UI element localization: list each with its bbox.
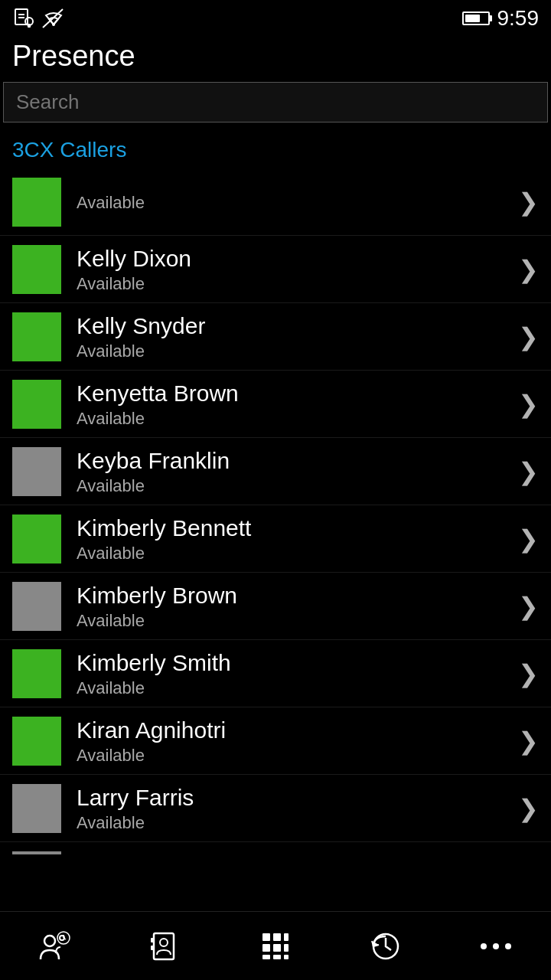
bottom-nav bbox=[0, 911, 551, 980]
contact-name: Kelly Snyder bbox=[77, 312, 512, 340]
contact-name: Kelly Dixon bbox=[77, 245, 512, 273]
nav-apps[interactable] bbox=[245, 920, 306, 973]
svg-rect-4 bbox=[28, 24, 31, 28]
contact-item[interactable]: Kimberly SmithAvailable❯ bbox=[0, 640, 551, 707]
svg-rect-14 bbox=[151, 946, 154, 950]
contact-item[interactable]: Kimberly BrownAvailable❯ bbox=[0, 573, 551, 640]
contact-name: Kimberly Smith bbox=[77, 649, 512, 677]
chevron-right-icon: ❯ bbox=[518, 592, 539, 621]
contact-status: Available bbox=[77, 193, 512, 213]
people-icon bbox=[39, 930, 71, 962]
nav-more[interactable] bbox=[465, 920, 527, 973]
grid-icon bbox=[259, 930, 292, 962]
status-bar: 9:59 bbox=[0, 0, 551, 37]
search-container bbox=[0, 82, 551, 122]
battery-icon bbox=[462, 11, 490, 25]
svg-point-26 bbox=[481, 943, 487, 949]
chevron-right-icon: ❯ bbox=[518, 188, 539, 217]
section-header: 3CX Callers bbox=[0, 126, 551, 168]
nav-phonebook[interactable] bbox=[135, 920, 196, 973]
chevron-right-icon: ❯ bbox=[518, 659, 539, 688]
chevron-right-icon: ❯ bbox=[518, 727, 539, 756]
contact-item[interactable]: Keyba FranklinAvailable❯ bbox=[0, 438, 551, 505]
svg-rect-23 bbox=[273, 955, 281, 959]
svg-rect-17 bbox=[273, 933, 281, 941]
search-input[interactable] bbox=[3, 82, 548, 122]
contact-name: Linda Allen bbox=[77, 851, 512, 855]
contact-status: Available bbox=[77, 746, 512, 766]
status-icons-left bbox=[12, 8, 66, 29]
contact-list: Available❯Kelly DixonAvailable❯Kelly Sny… bbox=[0, 168, 551, 854]
chevron-right-icon: ❯ bbox=[518, 390, 539, 419]
status-right: 9:59 bbox=[462, 6, 540, 31]
history-icon bbox=[370, 930, 402, 962]
svg-rect-20 bbox=[273, 944, 281, 952]
svg-rect-24 bbox=[284, 955, 289, 959]
contact-item[interactable]: Available❯ bbox=[0, 168, 551, 236]
contact-status: Available bbox=[77, 611, 512, 631]
svg-rect-18 bbox=[284, 933, 289, 941]
avatar bbox=[12, 447, 61, 496]
more-icon bbox=[480, 941, 512, 952]
wifi-icon bbox=[41, 8, 66, 29]
doc-icon bbox=[12, 8, 34, 29]
avatar bbox=[12, 312, 61, 361]
contact-name: Larry Farris bbox=[77, 784, 512, 812]
svg-rect-19 bbox=[262, 944, 270, 952]
chevron-right-icon: ❯ bbox=[518, 457, 539, 486]
chevron-right-icon: ❯ bbox=[518, 524, 539, 554]
avatar bbox=[12, 178, 61, 227]
contact-status: Available bbox=[77, 813, 512, 833]
contact-item[interactable]: Kimberly BennettAvailable❯ bbox=[0, 505, 551, 573]
contact-item[interactable]: Kelly DixonAvailable❯ bbox=[0, 236, 551, 303]
contact-status: Available bbox=[77, 476, 512, 496]
svg-rect-13 bbox=[151, 938, 154, 942]
avatar bbox=[12, 851, 61, 855]
contact-item[interactable]: Kiran AgnihotriAvailable❯ bbox=[0, 707, 551, 775]
avatar bbox=[12, 649, 61, 698]
contact-status: Available bbox=[77, 409, 512, 429]
svg-rect-21 bbox=[284, 944, 289, 952]
svg-rect-16 bbox=[262, 933, 270, 941]
contact-item[interactable]: Linda AllenAvailable❯ bbox=[0, 842, 551, 854]
svg-point-7 bbox=[44, 936, 55, 946]
chevron-right-icon: ❯ bbox=[518, 255, 539, 284]
avatar bbox=[12, 717, 61, 766]
avatar bbox=[12, 514, 61, 564]
chevron-right-icon: ❯ bbox=[518, 322, 539, 351]
svg-point-28 bbox=[505, 943, 511, 949]
contact-item[interactable]: Larry FarrisAvailable❯ bbox=[0, 775, 551, 842]
clock: 9:59 bbox=[497, 6, 540, 31]
nav-contacts[interactable] bbox=[24, 920, 86, 973]
contact-status: Available bbox=[77, 341, 512, 361]
phone-book-icon bbox=[149, 930, 181, 962]
page-title: Presence bbox=[0, 37, 551, 82]
avatar bbox=[12, 784, 61, 833]
chevron-right-icon: ❯ bbox=[518, 794, 539, 823]
contact-item[interactable]: Kelly SnyderAvailable❯ bbox=[0, 303, 551, 371]
avatar bbox=[12, 582, 61, 631]
contact-status: Available bbox=[77, 544, 512, 564]
contact-name: Kimberly Brown bbox=[77, 582, 512, 609]
svg-point-15 bbox=[160, 939, 168, 946]
svg-point-5 bbox=[52, 23, 55, 26]
nav-history[interactable] bbox=[355, 920, 416, 973]
avatar bbox=[12, 380, 61, 429]
svg-rect-1 bbox=[18, 14, 24, 15]
svg-rect-2 bbox=[18, 17, 24, 18]
contact-name: Kenyetta Brown bbox=[77, 380, 512, 407]
contact-status: Available bbox=[77, 274, 512, 294]
svg-point-27 bbox=[493, 943, 499, 949]
contact-item[interactable]: Kenyetta BrownAvailable❯ bbox=[0, 371, 551, 438]
svg-rect-22 bbox=[262, 955, 270, 959]
contact-name: Kiran Agnihotri bbox=[77, 717, 512, 744]
contact-name: Kimberly Bennett bbox=[77, 514, 512, 542]
avatar bbox=[12, 245, 61, 294]
contact-status: Available bbox=[77, 678, 512, 698]
contact-name: Keyba Franklin bbox=[77, 447, 512, 475]
